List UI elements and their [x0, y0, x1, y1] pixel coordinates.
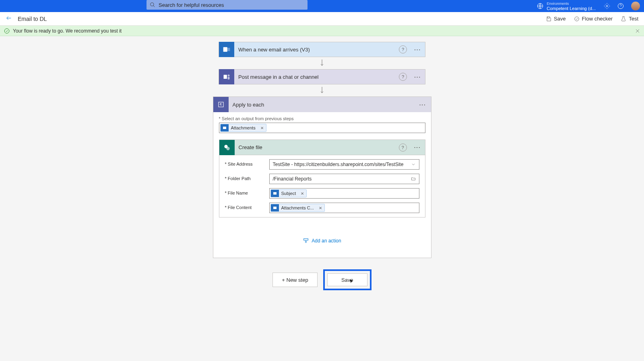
app-top-bar: Search for helpful resources Environment… — [0, 0, 644, 12]
svg-point-0 — [151, 3, 154, 6]
more-menu[interactable]: ··· — [410, 47, 425, 53]
page-header: Email to DL Save Flow checker Test — [0, 12, 644, 26]
folder-icon[interactable] — [411, 176, 416, 181]
site-address-label: * Site Address — [225, 159, 269, 166]
svg-rect-16 — [228, 77, 230, 80]
token-attachments: Attachments ✕ — [220, 124, 266, 132]
help-button[interactable]: ? — [399, 73, 407, 81]
cursor-icon — [349, 278, 354, 285]
flow-canvas: When a new email arrives (V3) ? ··· Post… — [0, 36, 644, 290]
svg-point-21 — [226, 147, 229, 150]
svg-point-8 — [4, 29, 9, 33]
token-remove[interactable]: ✕ — [258, 126, 266, 130]
select-output-input[interactable]: Attachments ✕ — [219, 123, 425, 133]
test-icon — [621, 16, 626, 22]
environment-name: Competent Learning (d... — [547, 6, 596, 11]
folder-path-input[interactable]: /Financial Reports — [269, 174, 419, 184]
environment-picker[interactable]: Environments Competent Learning (d... — [537, 1, 596, 11]
action-card-teams[interactable]: Post message in a chat or channel ? ··· — [219, 69, 425, 84]
new-step-button[interactable]: + New step — [272, 273, 317, 287]
create-file-title: Create file — [235, 144, 399, 150]
back-button[interactable] — [6, 15, 12, 23]
close-icon[interactable] — [635, 29, 640, 33]
save-icon — [546, 16, 551, 22]
environment-label: Environments — [547, 1, 596, 6]
svg-point-3 — [606, 5, 608, 7]
outlook-icon — [219, 42, 234, 57]
connector-arrow — [319, 84, 325, 96]
more-menu[interactable]: ··· — [415, 102, 431, 108]
svg-rect-14 — [224, 75, 227, 79]
connector-arrow — [319, 57, 325, 69]
flow-checker-icon — [574, 16, 580, 22]
bottom-actions: + New step Save — [272, 269, 371, 290]
svg-rect-19 — [223, 127, 226, 129]
select-output-label: * Select an output from previous steps — [219, 116, 425, 121]
avatar[interactable] — [631, 2, 640, 10]
page-title: Email to DL — [18, 16, 47, 22]
back-arrow-icon — [6, 15, 12, 21]
notification-text: Your flow is ready to go. We recommend y… — [13, 28, 122, 34]
svg-rect-12 — [227, 48, 230, 51]
file-content-label: * File Content — [225, 203, 269, 210]
environment-icon — [537, 3, 543, 9]
search-input[interactable]: Search for helpful resources — [147, 0, 308, 10]
apply-to-each-container: Apply to each ··· * Select an output fro… — [213, 96, 431, 258]
apply-header[interactable]: Apply to each ··· — [213, 97, 431, 112]
save-action[interactable]: Save — [546, 16, 566, 22]
teams-icon — [219, 69, 234, 84]
help-button[interactable]: ? — [399, 144, 407, 152]
add-action-icon — [303, 238, 309, 244]
file-content-input[interactable]: Attachments C... ✕ — [269, 203, 419, 213]
teams-title: Post message in a chat or channel — [234, 74, 399, 80]
svg-point-6 — [574, 16, 579, 21]
save-button[interactable]: Save — [327, 273, 367, 286]
outlook-token-icon — [271, 189, 279, 197]
svg-rect-22 — [273, 192, 277, 195]
token-subject: Subject ✕ — [270, 189, 307, 197]
trigger-title: When a new email arrives (V3) — [234, 47, 399, 53]
create-file-card: Create file ? ··· * Site Address TestSit… — [219, 139, 425, 217]
trigger-card-outlook[interactable]: When a new email arrives (V3) ? ··· — [219, 42, 425, 57]
add-action-link[interactable]: Add an action — [303, 238, 341, 244]
token-remove[interactable]: ✕ — [316, 206, 324, 210]
svg-rect-24 — [304, 239, 308, 240]
svg-rect-23 — [273, 207, 277, 209]
token-remove[interactable]: ✕ — [298, 191, 306, 196]
flow-checker-action[interactable]: Flow checker — [574, 16, 613, 22]
create-file-header[interactable]: Create file ? ··· — [219, 140, 425, 155]
folder-path-label: * Folder Path — [225, 174, 269, 181]
more-menu[interactable]: ··· — [410, 144, 425, 150]
svg-rect-11 — [223, 47, 227, 52]
outlook-token-icon — [221, 124, 229, 132]
svg-point-15 — [228, 74, 230, 76]
search-icon — [150, 2, 155, 8]
more-menu[interactable]: ··· — [410, 74, 425, 80]
help-button[interactable]: ? — [399, 45, 407, 53]
search-placeholder: Search for helpful resources — [159, 2, 224, 8]
loop-icon — [213, 97, 229, 112]
token-attachments-content: Attachments C... ✕ — [270, 204, 325, 212]
notification-bar: Your flow is ready to go. We recommend y… — [0, 26, 644, 36]
file-name-label: * File Name — [225, 188, 269, 195]
help-icon[interactable] — [617, 3, 624, 9]
site-address-select[interactable]: TestSite - https://citizenbuilders.share… — [269, 159, 419, 170]
check-circle-icon — [4, 28, 10, 34]
save-button-highlight: Save — [323, 269, 372, 290]
chevron-down-icon — [411, 162, 416, 167]
sharepoint-icon — [219, 140, 235, 155]
gear-icon[interactable] — [604, 3, 610, 9]
outlook-token-icon — [271, 204, 279, 212]
apply-title: Apply to each — [229, 102, 415, 108]
svg-line-1 — [153, 6, 155, 7]
file-name-input[interactable]: Subject ✕ — [269, 188, 419, 199]
test-action[interactable]: Test — [621, 16, 638, 22]
